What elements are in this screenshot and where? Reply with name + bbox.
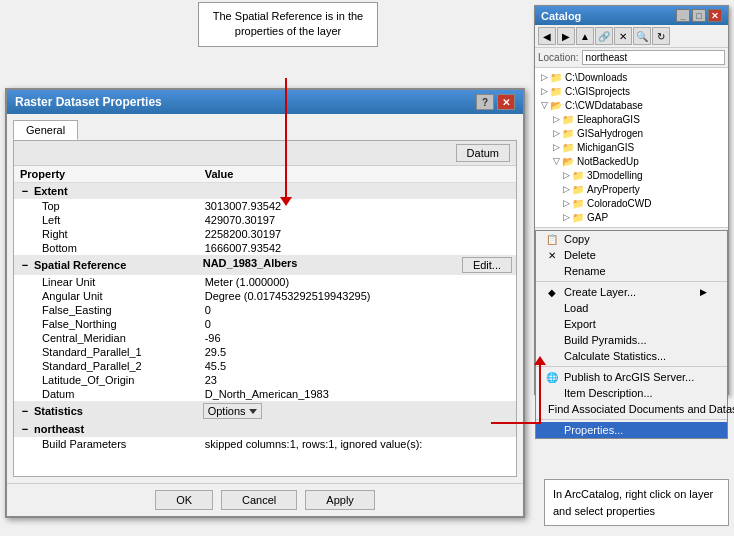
table-row: DatumD_North_American_1983 [14,387,516,401]
close-button[interactable]: ✕ [497,94,515,110]
prop-right: Right [14,227,199,241]
publish-icon: 🌐 [544,372,560,383]
sr-toggle[interactable]: − [18,259,32,271]
toggle-icon: ▷ [551,128,561,138]
prop-build-params: Build Parameters [14,437,199,451]
back-tool[interactable]: ◀ [538,27,556,45]
tree-item-downloads[interactable]: ▷ 📁 C:\Downloads [537,70,726,84]
prop-bottom: Bottom [14,241,199,255]
tree-item-michigan[interactable]: ▷ 📁 MichiganGIS [537,140,726,154]
tree-item-label: MichiganGIS [577,142,634,153]
cancel-button[interactable]: Cancel [221,490,297,510]
prop-linear-unit: Linear Unit [14,275,199,289]
toggle-icon: ▷ [551,142,561,152]
catalog-minimize-button[interactable]: _ [676,9,690,22]
table-row [14,451,516,453]
up-tool[interactable]: ▲ [576,27,594,45]
folder-icon: 📂 [561,155,575,167]
folder-icon: 📂 [549,99,563,111]
menu-item-export[interactable]: Export [536,316,727,332]
folder-icon: 📁 [561,127,575,139]
forward-tool[interactable]: ▶ [557,27,575,45]
ok-button[interactable]: OK [155,490,213,510]
menu-separator-3 [536,419,727,420]
menu-item-create-layer[interactable]: ◆Create Layer...▶ [536,284,727,300]
menu-item-rename[interactable]: Rename [536,263,727,279]
tab-content: Datum Property Value −Extent [13,140,517,477]
tree-item-gisahydrogen[interactable]: ▷ 📁 GISaHydrogen [537,126,726,140]
toggle-icon: ▷ [561,184,571,194]
prop-false-northing: False_Northing [14,317,199,331]
raster-properties-dialog: Raster Dataset Properties ? ✕ General Da… [5,88,525,518]
prop-lat-of-origin: Latitude_Of_Origin [14,373,199,387]
menu-item-calc-stats[interactable]: Calculate Statistics... [536,348,727,364]
search-tool[interactable]: 🔍 [633,27,651,45]
folder-icon: 📁 [549,71,563,83]
folder-icon: 📁 [571,197,585,209]
prop-std-parallel-1: Standard_Parallel_1 [14,345,199,359]
toggle-icon: ▷ [539,72,549,82]
catalog-restore-button[interactable]: □ [692,9,706,22]
toggle-icon: ▷ [539,86,549,96]
col-property: Property [14,166,199,183]
tree-item-notbackedup[interactable]: ▽ 📂 NotBackedUp [537,154,726,168]
prop-left: Left [14,213,199,227]
prop-false-easting: False_Easting [14,303,199,317]
tree-item-coloradocwd[interactable]: ▷ 📁 ColoradoCWD [537,196,726,210]
context-menu: 📋Copy ✕Delete Rename ◆Create Layer...▶ L… [535,230,728,439]
callout-top: The Spatial Reference is in the properti… [198,2,378,47]
val-datum: D_North_American_1983 [199,387,516,401]
props-scroll[interactable]: Property Value −Extent Top3013007.93542 … [14,166,516,476]
disconnect-tool[interactable]: ✕ [614,27,632,45]
val-right: 2258200.30197 [199,227,516,241]
help-button[interactable]: ? [476,94,494,110]
menu-item-build-pyramids[interactable]: Build Pyramids... [536,332,727,348]
section-statistics: −Statistics Options [14,401,516,421]
options-button[interactable]: Options [203,403,262,419]
menu-item-copy[interactable]: 📋Copy [536,231,727,247]
val-top: 3013007.93542 [199,199,516,213]
connect-tool[interactable]: 🔗 [595,27,613,45]
menu-item-find-assoc[interactable]: Find Associated Documents and Datasets..… [536,401,727,417]
tree-item-label: EleaphoraGIS [577,114,640,125]
tree-item-aryproperty[interactable]: ▷ 📁 AryProperty [537,182,726,196]
menu-item-publish[interactable]: 🌐Publish to ArcGIS Server... [536,369,727,385]
prop-std-parallel-2: Standard_Parallel_2 [14,359,199,373]
extent-toggle[interactable]: − [18,185,32,197]
menu-item-delete[interactable]: ✕Delete [536,247,727,263]
tree-item-3dmodelling[interactable]: ▷ 📁 3Dmodelling [537,168,726,182]
props-table: Property Value −Extent Top3013007.93542 … [14,166,516,453]
location-input[interactable] [582,50,725,65]
tree-item-label: GAP [587,212,608,223]
tree-item-cwddb[interactable]: ▽ 📂 C:\CWDdatabase [537,98,726,112]
val-std-parallel-2: 45.5 [199,359,516,373]
callout-br-text: In ArcCatalog, right click on layer and … [553,488,713,517]
menu-item-properties[interactable]: Properties... [536,422,727,438]
table-row: False_Northing0 [14,317,516,331]
tree-item-gap[interactable]: ▷ 📁 GAP [537,210,726,224]
catalog-titlebar: Catalog _ □ ✕ [535,6,728,25]
folder-icon: 📁 [549,85,563,97]
tab-bar: General [13,120,517,140]
tree-item-gisproj[interactable]: ▷ 📁 C:\GISprojects [537,84,726,98]
apply-button[interactable]: Apply [305,490,375,510]
section-northeast: −northeast [14,421,516,437]
val-lat-of-origin: 23 [199,373,516,387]
table-row: False_Easting0 [14,303,516,317]
tab-general[interactable]: General [13,120,78,140]
tree-item-eleaphora[interactable]: ▷ 📁 EleaphoraGIS [537,112,726,126]
stats-toggle[interactable]: − [18,405,32,417]
catalog-tree: ▷ 📁 C:\Downloads ▷ 📁 C:\GISprojects ▽ 📂 … [535,68,728,228]
edit-button[interactable]: Edit... [462,257,512,273]
folder-icon: 📁 [561,113,575,125]
catalog-close-button[interactable]: ✕ [708,9,722,22]
callout-bottom-right: In ArcCatalog, right click on layer and … [544,479,729,526]
dialog-footer: OK Cancel Apply [7,483,523,516]
refresh-tool[interactable]: ↻ [652,27,670,45]
val-left: 429070.30197 [199,213,516,227]
menu-item-item-desc[interactable]: Item Description... [536,385,727,401]
menu-item-load[interactable]: Load [536,300,727,316]
datum-button[interactable]: Datum [456,144,510,162]
options-label: Options [208,405,246,417]
northeast-toggle[interactable]: − [18,423,32,435]
